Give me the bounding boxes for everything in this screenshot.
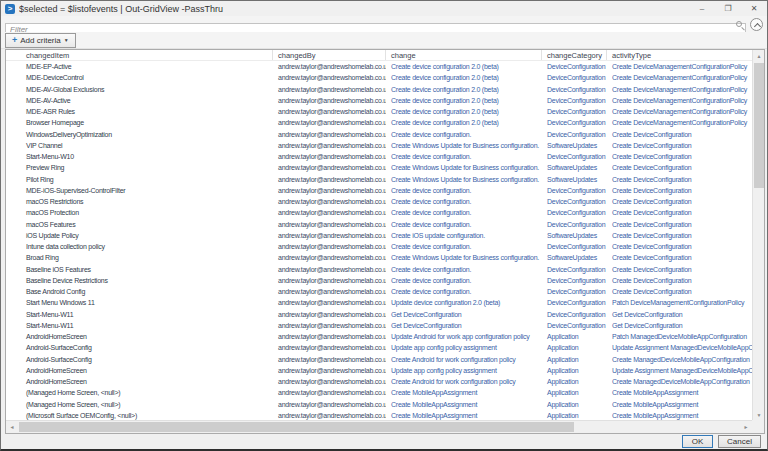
table-row[interactable]: Base Android Configandrew.taylor@andrews… [6, 286, 752, 297]
cell-change: Create device configuration. [386, 286, 542, 297]
cell-changedBy: andrew.taylor@andrewshomelab.co.uk [273, 241, 386, 252]
cell-changedBy: andrew.taylor@andrewshomelab.co.uk [273, 129, 386, 140]
table-row[interactable]: Start-Menu-W11andrew.taylor@andrewshomel… [6, 320, 752, 331]
close-button[interactable]: ✕ [741, 1, 767, 16]
cell-changedItem: iOS Update Policy [6, 230, 273, 241]
cell-changedBy: andrew.taylor@andrewshomelab.co.uk [273, 174, 386, 185]
table-row[interactable]: Intune data collection policyandrew.tayl… [6, 241, 752, 252]
minimize-button[interactable]: – [689, 1, 715, 16]
table-row[interactable]: VIP Channelandrew.taylor@andrewshomelab.… [6, 140, 752, 151]
column-header-change[interactable]: change [386, 50, 542, 60]
cell-activityType: Create DeviceConfiguration [607, 185, 752, 196]
table-row[interactable]: Start-Menu-W11andrew.taylor@andrewshomel… [6, 309, 752, 320]
cancel-button[interactable]: Cancel [718, 435, 761, 448]
ok-button[interactable]: OK [682, 435, 713, 448]
out-gridview-window: > $selected = $listofevents | Out-GridVi… [0, 0, 768, 451]
table-row[interactable]: AndroidHomeScreenandrew.taylor@andrewsho… [6, 365, 752, 376]
cell-change: Update app config policy assignment [386, 365, 542, 376]
plus-icon: + [12, 36, 17, 45]
cell-activityType: Create DeviceConfiguration [607, 219, 752, 230]
cell-changedItem: Base Android Config [6, 286, 273, 297]
cell-changedItem: VIP Channel [6, 140, 273, 151]
cell-changedItem: (Managed Home Screen, <null>) [6, 387, 273, 398]
cell-changedItem: AndroidHomeScreen [6, 376, 273, 387]
cell-changeCategory: DeviceConfiguration [542, 185, 607, 196]
table-row[interactable]: AndroidHomeScreenandrew.taylor@andrewsho… [6, 376, 752, 387]
cell-change: Get DeviceConfiguration [386, 309, 542, 320]
cell-change: Create device configuration 2.0 (beta) [386, 117, 542, 128]
horizontal-scrollbar[interactable]: ◄ ► [6, 420, 752, 433]
table-row[interactable]: MDE-AV-Activeandrew.taylor@andrewshomela… [6, 95, 752, 106]
table-row[interactable]: Browser Homepageandrew.taylor@andrewshom… [6, 117, 752, 128]
column-header-changedBy[interactable]: changedBy [273, 50, 386, 60]
column-header-changeCategory[interactable]: changeCategory [542, 50, 607, 60]
cell-changeCategory: SoftwareUpdates [542, 252, 607, 263]
table-row[interactable]: Broad Ringandrew.taylor@andrewshomelab.c… [6, 252, 752, 263]
table-row[interactable]: MDE-EP-Activeandrew.taylor@andrewshomela… [6, 61, 752, 72]
table-row[interactable]: MDE-iOS-Supervised-ControlFilterandrew.t… [6, 185, 752, 196]
cell-changeCategory: DeviceConfiguration [542, 106, 607, 117]
cell-activityType: Patch DeviceManagementConfigurationPolic… [607, 297, 752, 308]
cell-changeCategory: DeviceConfiguration [542, 207, 607, 218]
horizontal-scroll-thumb[interactable] [19, 422, 574, 432]
maximize-button[interactable]: ❐ [715, 1, 741, 16]
cell-changeCategory: DeviceConfiguration [542, 84, 607, 95]
collapse-criteria-button[interactable] [750, 18, 763, 31]
table-row[interactable]: (Managed Home Screen, <null>)andrew.tayl… [6, 387, 752, 398]
column-header-activityType[interactable]: activityType [607, 50, 752, 60]
table-row[interactable]: MDE-AV-Global Exclusionsandrew.taylor@an… [6, 84, 752, 95]
cell-changeCategory: DeviceConfiguration [542, 275, 607, 286]
vertical-scroll-thumb[interactable] [754, 63, 764, 188]
column-header-changedItem[interactable]: changedItem [6, 50, 273, 60]
cell-changeCategory: SoftwareUpdates [542, 174, 607, 185]
cell-changedItem: Broad Ring [6, 252, 273, 263]
scroll-up-icon[interactable]: ▲ [753, 50, 765, 62]
table-row[interactable]: macOS Restrictionsandrew.taylor@andrewsh… [6, 196, 752, 207]
table-row[interactable]: AndroidHomeScreenandrew.taylor@andrewsho… [6, 331, 752, 342]
cell-changedBy: andrew.taylor@andrewshomelab.co.uk [273, 61, 386, 72]
filter-input-wrap [5, 18, 746, 31]
scroll-right-icon[interactable]: ► [740, 421, 752, 433]
cell-changedBy: andrew.taylor@andrewshomelab.co.uk [273, 309, 386, 320]
powershell-icon: > [5, 4, 15, 14]
chevron-up-icon [753, 22, 760, 29]
cell-change: Create Android for work configuration po… [386, 354, 542, 365]
cell-change: Create device configuration. [386, 241, 542, 252]
table-row[interactable]: Android-SurfaceConfigandrew.taylor@andre… [6, 354, 752, 365]
cell-changedItem: macOS Features [6, 219, 273, 230]
table-row[interactable]: Start-Menu-W10andrew.taylor@andrewshomel… [6, 151, 752, 162]
table-row[interactable]: Baseline iOS Featuresandrew.taylor@andre… [6, 264, 752, 275]
table-row[interactable]: Android-SurfaceConfigandrew.taylor@andre… [6, 342, 752, 353]
table-row[interactable]: Pilot Ringandrew.taylor@andrewshomelab.c… [6, 174, 752, 185]
cell-changedBy: andrew.taylor@andrewshomelab.co.uk [273, 72, 386, 83]
table-row[interactable]: WindowsDeliveryOptimizationandrew.taylor… [6, 129, 752, 140]
cell-activityType: Create MobileAppAssignment [607, 387, 752, 398]
chevron-down-icon: ▼ [64, 37, 69, 43]
cell-changedItem: Baseline Device Restrictions [6, 275, 273, 286]
cell-changedItem: Android-SurfaceConfig [6, 354, 273, 365]
add-criteria-label: Add criteria [20, 36, 60, 45]
table-row[interactable]: macOS Featuresandrew.taylor@andrewshomel… [6, 219, 752, 230]
table-row[interactable]: Baseline Device Restrictionsandrew.taylo… [6, 275, 752, 286]
cell-activityType: Create DeviceConfiguration [607, 230, 752, 241]
cell-changedBy: andrew.taylor@andrewshomelab.co.uk [273, 354, 386, 365]
cell-changeCategory: DeviceConfiguration [542, 286, 607, 297]
cell-changeCategory: Application [542, 354, 607, 365]
table-row[interactable]: Start Menu Windows 11andrew.taylor@andre… [6, 297, 752, 308]
cell-activityType: Update Assignment ManagedDeviceMobileApp… [607, 365, 752, 376]
table-row[interactable]: iOS Update Policyandrew.taylor@andrewsho… [6, 230, 752, 241]
grid-scroll-area: changedItemchangedBychangechangeCategory… [6, 50, 752, 421]
table-row[interactable]: MDE-ASR Rulesandrew.taylor@andrewshomela… [6, 106, 752, 117]
cell-change: Create MobileAppAssignment [386, 399, 542, 410]
cell-change: Create iOS update configuration. [386, 230, 542, 241]
scroll-left-icon[interactable]: ◄ [6, 421, 18, 433]
table-row[interactable]: MDE-DeviceControlandrew.taylor@andrewsho… [6, 72, 752, 83]
table-row[interactable]: Preview Ringandrew.taylor@andrewshomelab… [6, 162, 752, 173]
cell-changedItem: Intune data collection policy [6, 241, 273, 252]
table-row[interactable]: macOS Protectionandrew.taylor@andrewshom… [6, 207, 752, 218]
vertical-scrollbar[interactable]: ▲ ▼ [752, 50, 764, 421]
cell-changedItem: WindowsDeliveryOptimization [6, 129, 273, 140]
table-row[interactable]: (Managed Home Screen, <null>)andrew.tayl… [6, 399, 752, 410]
add-criteria-button[interactable]: + Add criteria ▼ [5, 33, 76, 48]
cell-change: Create device configuration 2.0 (beta) [386, 61, 542, 72]
